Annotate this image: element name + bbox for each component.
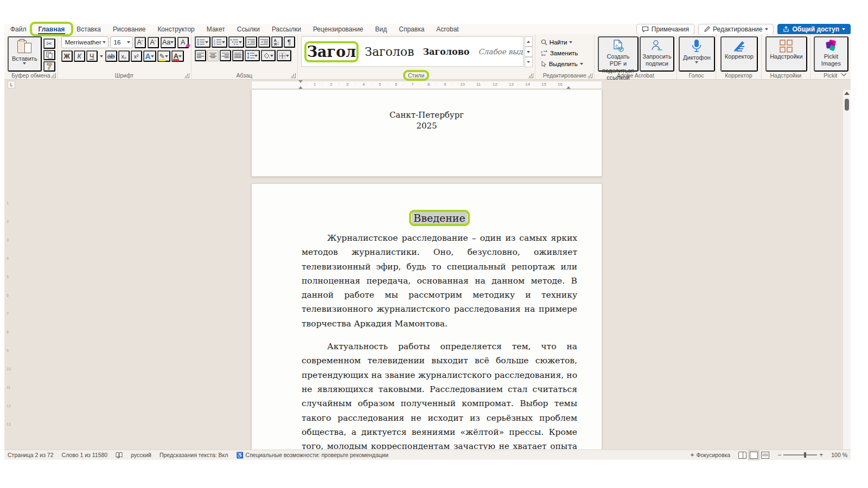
align-left-button[interactable] (195, 50, 206, 61)
status-page-indicator[interactable]: Страница 2 из 72 (8, 452, 54, 458)
tab-5[interactable]: Макет (201, 24, 231, 34)
focus-mode-button[interactable]: ⌖ Фокусировка (691, 451, 730, 459)
tab-7[interactable]: Рассылки (266, 24, 307, 34)
vertical-scrollbar[interactable] (843, 90, 851, 450)
zoom-in-button[interactable]: + (819, 451, 823, 459)
format-painter-button[interactable] (43, 61, 55, 72)
tab-0[interactable]: Файл (4, 24, 33, 34)
shading-button[interactable] (261, 50, 276, 61)
borders-button[interactable] (277, 50, 291, 61)
document-paragraph-1[interactable]: Журналистское расследование – один из са… (302, 231, 577, 331)
numbering-button[interactable]: 123 (212, 36, 227, 48)
share-button[interactable]: Общий доступ (777, 24, 851, 35)
decrease-indent-button[interactable] (245, 36, 257, 48)
zoom-slider[interactable] (783, 454, 817, 455)
dialog-launcher-icon[interactable] (51, 73, 56, 78)
status-text-predictions[interactable]: Предсказания текста: Вкл (159, 452, 228, 458)
horizontal-ruler[interactable]: 1·2·3·4·5·6·7·8·9·10·11·12·13·14·15·16· (251, 81, 602, 89)
status-language[interactable]: русский (131, 452, 151, 458)
addins-button[interactable]: Надстройки (765, 36, 807, 72)
scroll-up-icon[interactable] (844, 92, 850, 95)
document-area[interactable]: 12345678910111213 Санкт-Петербург 2025 В… (4, 90, 851, 450)
document-page-1[interactable]: Санкт-Петербург 2025 (251, 90, 602, 177)
grow-font-button[interactable]: Аˆ (135, 37, 146, 48)
collapse-ribbon-button[interactable] (839, 69, 848, 77)
line-spacing-button[interactable] (245, 50, 260, 61)
document-paragraph-2[interactable]: Актуальность работы определяется тем, чт… (302, 339, 577, 450)
italic-button[interactable]: К (74, 50, 85, 62)
cut-button[interactable]: ✂ (43, 38, 55, 49)
underline-button[interactable]: Ч (86, 50, 98, 62)
dialog-launcher-icon[interactable] (588, 73, 592, 78)
chevron-down-icon[interactable] (100, 55, 103, 57)
tab-6[interactable]: Ссылки (231, 24, 266, 34)
style-item-1[interactable]: Заголов (365, 45, 414, 59)
increase-indent-button[interactable] (258, 36, 270, 48)
comments-button[interactable]: Примечания (636, 24, 694, 35)
tab-1[interactable]: Главная (33, 24, 71, 34)
gallery-scroll-down-button[interactable] (525, 47, 533, 57)
style-item-2[interactable]: Заголово (423, 47, 469, 57)
tab-10[interactable]: Справка (393, 24, 430, 34)
clear-formatting-button[interactable]: А (177, 37, 189, 48)
gallery-scroll-up-button[interactable] (525, 36, 533, 47)
tab-2[interactable]: Вставка (71, 24, 107, 34)
dialog-launcher-icon[interactable] (528, 73, 533, 78)
bullets-button[interactable] (195, 36, 210, 48)
change-case-button[interactable]: Аа (161, 37, 176, 48)
scrollbar-thumb[interactable] (845, 99, 849, 111)
superscript-button[interactable]: x² (131, 50, 142, 62)
style-item-3[interactable]: Слабое выде (478, 47, 524, 56)
editor-button[interactable]: Корректор (720, 36, 758, 72)
find-button[interactable]: Найти (539, 37, 592, 47)
tab-3[interactable]: Рисование (107, 24, 151, 34)
tab-8[interactable]: Рецензирование (307, 24, 369, 34)
print-layout-icon[interactable] (750, 452, 758, 459)
highlight-color-button[interactable]: ✎ (157, 50, 170, 62)
text-effects-button[interactable]: А (143, 50, 156, 62)
subscript-button[interactable]: x₂ (118, 50, 130, 62)
replace-button[interactable]: bc Заменить (539, 48, 592, 58)
request-signatures-button[interactable]: x Запросить подписи (640, 36, 674, 72)
tab-4[interactable]: Конструктор (151, 24, 200, 34)
tab-9[interactable]: Вид (369, 24, 393, 34)
dialog-launcher-icon[interactable] (184, 73, 189, 78)
pickit-button[interactable]: Pickit Images (814, 36, 848, 72)
sort-button[interactable]: АЯ↓ (271, 36, 283, 48)
document-heading[interactable]: Введение (412, 212, 467, 224)
dialog-launcher-icon[interactable] (291, 73, 296, 78)
web-layout-icon[interactable] (761, 452, 769, 459)
shrink-font-button[interactable]: Аˇ (148, 37, 159, 48)
create-pdf-button[interactable]: Создать PDF и поделиться ссылкой (598, 36, 639, 72)
multilevel-list-button[interactable] (228, 36, 244, 48)
select-button[interactable]: Выделить (539, 59, 592, 69)
document-page-2[interactable]: Введение Журналистское расследование – о… (251, 183, 602, 450)
copy-button[interactable] (43, 50, 55, 60)
first-line-indent-marker[interactable] (298, 80, 303, 83)
tab-stop-selector[interactable]: L (8, 81, 15, 88)
left-indent-marker[interactable] (298, 86, 303, 89)
font-name-combobox[interactable]: Merriweather (61, 36, 108, 48)
gallery-expand-button[interactable] (525, 57, 533, 67)
right-indent-marker[interactable] (566, 86, 571, 89)
align-right-button[interactable] (220, 50, 231, 61)
paste-button[interactable]: Вставить (8, 36, 42, 72)
dictate-button[interactable]: Диктофон (679, 36, 715, 72)
zoom-level[interactable]: 100 % (831, 452, 847, 458)
read-mode-icon[interactable] (738, 452, 746, 459)
zoom-slider-thumb[interactable] (804, 452, 806, 458)
strikethrough-button[interactable]: ab (105, 50, 117, 62)
style-item-0[interactable]: Загол (307, 43, 356, 60)
bold-button[interactable]: Ж (61, 50, 73, 62)
status-accessibility[interactable]: ♿ Специальные возможности: проверьте рек… (236, 452, 388, 459)
status-word-count[interactable]: Слово 1 из 11580 (62, 452, 108, 458)
proofing-icon[interactable] (116, 452, 123, 458)
editing-mode-button[interactable]: Редактирование (698, 24, 774, 35)
show-marks-button[interactable]: ¶ (284, 36, 295, 48)
align-center-button[interactable] (207, 50, 219, 61)
justify-button[interactable] (232, 50, 244, 61)
font-size-combobox[interactable]: 16 (110, 36, 133, 48)
zoom-out-button[interactable]: − (777, 451, 781, 459)
tab-11[interactable]: Acrobat (430, 24, 464, 34)
font-color-button[interactable]: А (171, 50, 184, 62)
